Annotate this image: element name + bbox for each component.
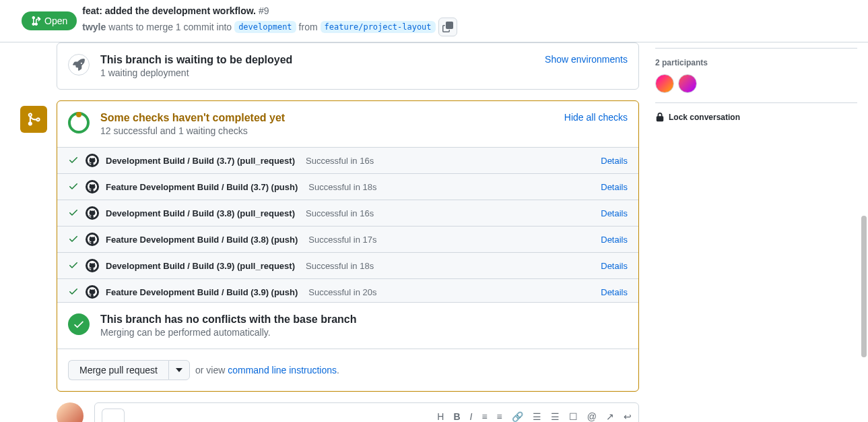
- pr-author-link[interactable]: twyle: [82, 22, 106, 32]
- conflict-title: This branch has no conflicts with the ba…: [100, 313, 628, 326]
- participants-label: 2 participants: [655, 58, 857, 67]
- check-details-link[interactable]: Details: [601, 182, 628, 192]
- github-actions-icon: [86, 285, 99, 299]
- check-row: Feature Development Build / Build (3.7) …: [57, 173, 638, 200]
- heading-icon[interactable]: H: [437, 411, 444, 422]
- check-result: Successful in 18s: [306, 261, 374, 271]
- comment-editor[interactable]: H B I ≡ ≡ 🔗 ☰ ☰ ☐ @ ↗ ↩: [94, 402, 639, 422]
- command-line-instructions-link[interactable]: command line instructions: [228, 365, 337, 375]
- state-label: Open: [44, 16, 67, 26]
- check-success-icon: [68, 181, 79, 193]
- cross-ref-icon[interactable]: ↗: [606, 411, 614, 422]
- pr-title: feat: added the development workflow.: [82, 5, 256, 16]
- conflict-subtitle: Merging can be performed automatically.: [100, 327, 628, 338]
- lock-section: Lock conversation: [655, 102, 857, 131]
- lock-conversation-link[interactable]: Lock conversation: [655, 113, 857, 122]
- page-scrollbar-thumb[interactable]: [861, 216, 867, 357]
- link-icon[interactable]: 🔗: [512, 411, 523, 422]
- deploy-subtitle: 1 waiting deployment: [100, 67, 534, 78]
- state-badge-open: Open: [22, 11, 77, 30]
- check-result: Successful in 16s: [306, 156, 374, 166]
- git-merge-icon: [26, 112, 41, 127]
- github-actions-icon: [86, 180, 99, 193]
- check-name: Feature Development Build / Build (3.7) …: [106, 182, 298, 192]
- base-branch-label[interactable]: development: [234, 21, 296, 33]
- checks-title: Some checks haven't completed yet: [100, 112, 554, 124]
- pr-sub-line: twyle wants to merge 1 commit into devel…: [82, 18, 457, 36]
- checks-panel: Some checks haven't completed yet 12 suc…: [57, 100, 639, 392]
- quote-icon[interactable]: ≡: [481, 411, 487, 422]
- check-result: Successful in 16s: [306, 208, 374, 218]
- pr-sticky-header: Open feat: added the development workflo…: [0, 0, 868, 42]
- check-result: Successful in 17s: [308, 235, 376, 245]
- check-details-link[interactable]: Details: [601, 261, 628, 271]
- check-result: Successful in 20s: [308, 287, 376, 297]
- sidebar: 2 participants Lock conversation: [655, 42, 857, 422]
- merge-timeline-badge: [20, 106, 47, 133]
- deploy-title: This branch is waiting to be deployed: [100, 54, 534, 66]
- check-name: Development Build / Build (3.9) (pull_re…: [106, 261, 295, 271]
- deployment-panel: This branch is waiting to be deployed 1 …: [57, 42, 639, 90]
- show-environments-link[interactable]: Show environments: [545, 54, 628, 65]
- bold-icon[interactable]: B: [453, 411, 460, 422]
- pr-number: #9: [259, 5, 269, 16]
- check-details-link[interactable]: Details: [601, 156, 628, 166]
- check-success-icon: [68, 286, 79, 299]
- checks-list[interactable]: Development Build / Build (3.7) (pull_re…: [57, 147, 638, 302]
- check-row: Feature Development Build / Build (3.9) …: [57, 278, 638, 302]
- check-name: Feature Development Build / Build (3.8) …: [106, 235, 298, 245]
- hide-all-checks-link[interactable]: Hide all checks: [564, 112, 628, 123]
- check-row: Feature Development Build / Build (3.8) …: [57, 226, 638, 252]
- merge-or-text: or view: [195, 365, 225, 375]
- list-unordered-icon[interactable]: ☰: [551, 411, 560, 422]
- check-row: Development Build / Build (3.7) (pull_re…: [57, 148, 638, 173]
- lock-conversation-label: Lock conversation: [669, 113, 740, 122]
- check-row: Development Build / Build (3.9) (pull_re…: [57, 252, 638, 278]
- code-icon[interactable]: ≡: [497, 411, 502, 422]
- check-details-link[interactable]: Details: [601, 287, 628, 297]
- new-comment-box: H B I ≡ ≡ 🔗 ☰ ☰ ☐ @ ↗ ↩: [57, 402, 639, 422]
- rocket-icon: [68, 54, 90, 76]
- check-details-link[interactable]: Details: [601, 235, 628, 245]
- check-name: Feature Development Build / Build (3.9) …: [106, 287, 298, 297]
- wants-to-merge-text: wants to merge 1 commit into: [108, 22, 232, 32]
- participant-avatar-1[interactable]: [655, 74, 674, 93]
- github-actions-icon: [86, 154, 99, 167]
- check-name: Development Build / Build (3.7) (pull_re…: [106, 156, 295, 166]
- check-result: Successful in 18s: [308, 182, 376, 192]
- write-tab[interactable]: [102, 409, 125, 422]
- merge-dropdown-button[interactable]: [168, 360, 190, 380]
- participants-section: 2 participants: [655, 48, 857, 102]
- check-name: Development Build / Build (3.8) (pull_re…: [106, 208, 295, 218]
- check-details-link[interactable]: Details: [601, 208, 628, 218]
- task-icon[interactable]: ☐: [569, 411, 578, 422]
- mention-icon[interactable]: @: [587, 411, 597, 422]
- no-conflicts-icon: [68, 313, 90, 335]
- check-row: Development Build / Build (3.8) (pull_re…: [57, 200, 638, 226]
- check-success-icon: [68, 233, 79, 246]
- copy-icon: [442, 22, 453, 32]
- list-ordered-icon[interactable]: ☰: [533, 411, 541, 422]
- github-actions-icon: [86, 233, 99, 246]
- github-actions-icon: [86, 206, 99, 220]
- copy-branch-button[interactable]: [438, 18, 457, 36]
- check-success-icon: [68, 207, 79, 220]
- github-actions-icon: [86, 259, 99, 272]
- check-success-icon: [68, 154, 79, 167]
- checks-donut-icon: [68, 112, 90, 133]
- git-pull-request-icon: [31, 16, 42, 26]
- caret-down-icon: [176, 367, 182, 373]
- editor-toolbar: H B I ≡ ≡ 🔗 ☰ ☰ ☐ @ ↗ ↩: [437, 409, 632, 422]
- merge-pull-request-button[interactable]: Merge pull request: [68, 360, 168, 380]
- from-text: from: [299, 22, 318, 32]
- current-user-avatar[interactable]: [57, 402, 84, 422]
- lock-icon: [655, 113, 665, 122]
- reply-icon[interactable]: ↩: [624, 411, 632, 422]
- head-branch-label[interactable]: feature/project-layout: [321, 21, 436, 33]
- participant-avatar-2[interactable]: [678, 74, 697, 93]
- check-success-icon: [68, 260, 79, 272]
- pr-title-line: feat: added the development workflow. #9: [82, 5, 457, 16]
- italic-icon[interactable]: I: [470, 411, 473, 422]
- checks-subtitle: 12 successful and 1 waiting checks: [100, 125, 554, 136]
